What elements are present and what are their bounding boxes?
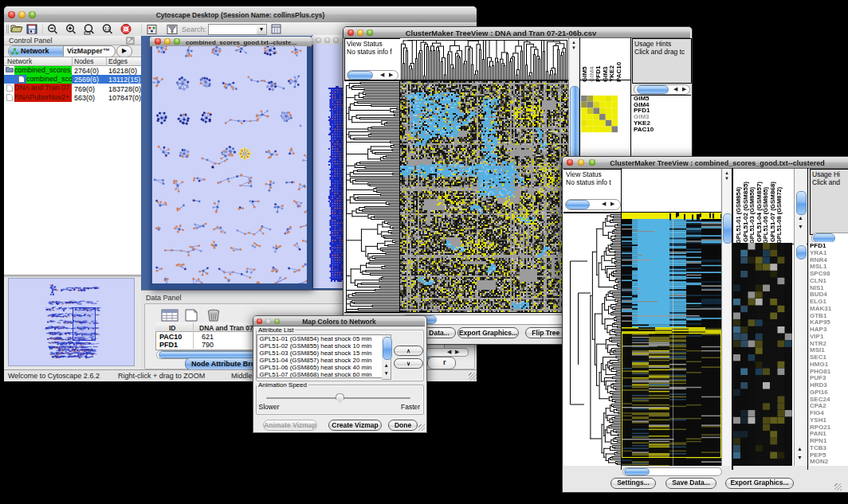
svg-text:1:1: 1:1 bbox=[104, 26, 110, 31]
